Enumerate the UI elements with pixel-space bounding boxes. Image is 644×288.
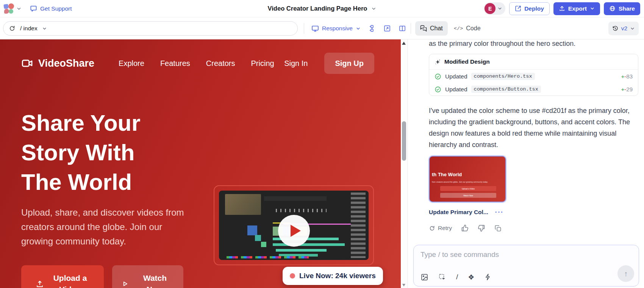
avatar: E [485,3,496,14]
preview-pane: VideoShare Explore Features Creators Pri… [0,39,401,288]
thumbnail-mini-button: Watch Now [440,193,496,198]
get-support-link[interactable]: Get Support [30,5,72,12]
chat-bubble-icon [30,5,37,12]
file-action: Updated [445,86,467,93]
app-logo[interactable] [4,3,22,14]
export-button[interactable]: Export [553,2,600,15]
file-path-chip: components/Hero.tsx [471,73,535,80]
check-circle-icon [435,73,441,80]
deploy-label: Deploy [524,5,544,12]
site-brand-label: VideoShare [38,58,94,69]
video-camera-icon [21,57,33,69]
hero-headline-line: The World [21,167,141,197]
slash-command-icon[interactable]: / [456,273,458,281]
tab-code-label: Code [466,25,480,32]
upload-video-button[interactable]: Upload a Video [21,265,104,288]
play-button[interactable] [278,215,310,247]
scroll-down-arrow-icon[interactable] [402,284,405,286]
file-change-row: Updated components/Button.tsx +-29 [429,83,638,95]
preview-scrollbar[interactable] [401,39,407,288]
project-title-dropdown[interactable]: Video Creator Landing Page Hero [268,5,377,12]
version-history-dropdown[interactable]: v2 [608,22,639,35]
chevron-down-icon [630,26,635,31]
sign-in-link[interactable]: Sign In [284,59,308,68]
copy-icon[interactable] [494,225,502,232]
chevron-down-icon [497,6,502,11]
more-options-icon[interactable]: ··· [495,208,504,216]
send-arrow-icon: ↑ [624,269,628,278]
chevron-down-icon[interactable] [42,26,47,31]
share-button[interactable]: Share [604,2,640,15]
chevron-down-icon [16,6,22,11]
sparkles-icon [435,59,441,65]
hero-headline-line: Story With [21,138,141,167]
top-bar: Get Support Video Creator Landing Page H… [0,0,644,17]
integrations-icon[interactable]: ❖ [468,273,474,281]
live-viewers-badge: Live Now: 24k viewers [283,267,383,285]
device-mode-dropdown[interactable]: Responsive [311,17,361,39]
nav-link-explore[interactable]: Explore [119,59,144,68]
deploy-button[interactable]: Deploy [509,2,550,15]
file-change-row: Updated components/Hero.tsx +-83 [429,70,638,83]
components-icon[interactable] [368,25,376,32]
get-support-label: Get Support [40,5,72,12]
share-label: Share [619,5,635,12]
hero-subtext: Upload, share, and discover videos from … [21,205,186,249]
scrollbar-thumb[interactable] [402,121,406,161]
site-brand[interactable]: VideoShare [21,57,94,69]
split-view-icon[interactable] [399,25,406,32]
site-nav: VideoShare Explore Features Creators Pri… [21,51,374,76]
account-menu[interactable]: E [484,2,505,15]
refresh-icon[interactable] [9,25,16,32]
retry-label: Retry [438,225,452,232]
thumbs-up-icon[interactable] [461,224,469,232]
assistant-message-tail: as the primary color throughout the hero… [429,40,638,48]
divider [411,23,411,34]
nav-link-pricing[interactable]: Pricing [251,59,274,68]
retry-button[interactable]: Retry [429,225,452,232]
watch-now-label: Watch Now [135,272,175,288]
site-nav-links: Explore Features Creators Pricing [119,59,274,68]
nav-link-creators[interactable]: Creators [206,59,235,68]
hero-headline-line: Share Your [21,108,141,138]
history-icon [612,25,619,32]
tab-chat-label: Chat [430,25,443,32]
version-title[interactable]: Update Primary Col... [429,209,488,216]
modified-design-card: Modified Design Updated components/Hero.… [429,54,638,96]
lightning-icon[interactable] [484,273,492,281]
image-attach-icon[interactable] [420,273,428,281]
globe-icon [609,5,616,12]
play-icon [121,280,129,288]
upload-icon [559,5,565,12]
hero-headline: Share Your Story With The World [21,108,141,197]
diff-count: +-83 [621,73,633,80]
version-thumbnail[interactable]: th The World from creators around the gl… [429,156,506,202]
hero-video-card [214,185,374,265]
assistant-message: I've updated the color scheme to use #cd… [429,105,638,150]
upload-icon [35,279,44,288]
url-bar[interactable]: / index [3,21,298,36]
live-viewers-label: Live Now: 24k viewers [299,272,376,280]
chevron-down-icon [356,26,361,31]
chat-composer[interactable]: / ❖ ↑ [413,245,639,286]
thumbnail-mini-heading: th The World [432,172,462,177]
tab-chat[interactable]: Chat [415,21,448,36]
open-preview-icon[interactable] [383,25,391,32]
code-icon: </> [454,26,463,31]
scroll-up-arrow-icon[interactable] [402,42,406,45]
send-button[interactable]: ↑ [617,265,634,282]
nav-link-features[interactable]: Features [160,59,190,68]
device-mode-label: Responsive [322,25,353,32]
chat-panel: as the primary color throughout the hero… [407,39,644,288]
chat-input[interactable] [420,250,608,259]
thumbnail-mini-text: from creators around the globe. Join our… [432,181,488,183]
chevron-down-icon [590,6,595,11]
thumbs-down-icon[interactable] [478,224,485,232]
tab-code[interactable]: </> Code [454,21,481,36]
logo-icon [4,3,14,14]
route-path: / index [20,25,38,32]
select-element-icon[interactable] [438,273,446,281]
watch-now-button[interactable]: Watch Now [112,265,183,288]
thumbnail-mini-button: Upload a Video [440,186,496,191]
sign-up-button[interactable]: Sign Up [324,53,374,74]
